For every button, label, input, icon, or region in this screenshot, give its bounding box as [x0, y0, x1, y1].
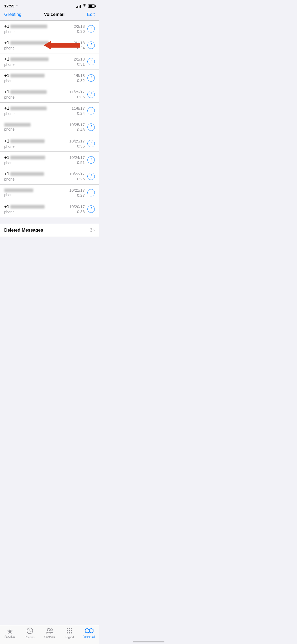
- info-button[interactable]: i: [87, 173, 95, 180]
- info-button[interactable]: i: [87, 189, 95, 196]
- deleted-count: 3: [90, 228, 92, 233]
- greeting-button[interactable]: Greeting: [4, 12, 21, 17]
- item-sub-label: phone: [4, 177, 69, 181]
- voicemail-item[interactable]: +1 phone 2/1/18 0:24 i: [0, 37, 99, 53]
- phone-number-blurred: [10, 172, 44, 176]
- phone-prefix: +1: [4, 73, 9, 78]
- item-right: 10/21/17 0:27: [69, 188, 85, 197]
- voicemail-item[interactable]: +1 phone 11/29/17 0:36 i: [0, 86, 99, 103]
- voicemail-item[interactable]: +1 phone 11/8/17 0:24 i: [0, 103, 99, 119]
- voicemail-item[interactable]: +1 phone 2/1/18 0:31 i: [0, 53, 99, 70]
- item-sub-label: phone: [4, 210, 69, 214]
- status-bar: 12:55 ↗: [0, 0, 99, 10]
- item-duration: 0:33: [77, 209, 85, 214]
- info-button[interactable]: i: [87, 107, 95, 114]
- phone-number-blurred: [10, 156, 45, 159]
- item-sub-label: phone: [4, 127, 69, 131]
- voicemail-item[interactable]: phone 10/21/17 0:27 i: [0, 185, 99, 201]
- voicemail-item[interactable]: +1 phone 2/2/18 0:30 i: [0, 21, 99, 37]
- location-arrow-icon: ↗: [15, 4, 18, 8]
- phone-number-blurred: [10, 41, 49, 45]
- phone-number-blurred: [10, 90, 47, 94]
- item-right: 2/2/18 0:30: [74, 24, 85, 34]
- item-right: 10/24/17 0:51: [69, 155, 85, 165]
- item-duration: 0:35: [77, 144, 85, 148]
- signal-icon: [76, 4, 81, 8]
- nav-bar: Greeting Voicemail Edit: [0, 10, 99, 20]
- item-name: [4, 188, 69, 192]
- item-date: 10/24/17: [69, 155, 85, 160]
- info-button[interactable]: i: [87, 25, 95, 33]
- info-button[interactable]: i: [87, 74, 95, 82]
- item-name: +1: [4, 24, 74, 29]
- phone-number-blurred: [10, 74, 45, 77]
- item-date: 10/25/17: [69, 122, 85, 127]
- voicemail-item[interactable]: +1 phone 10/23/17 0:25 i: [0, 168, 99, 185]
- item-name: [4, 123, 69, 127]
- deleted-messages-section[interactable]: Deleted Messages 3 ›: [0, 224, 99, 237]
- item-right: 10/25/17 0:35: [69, 139, 85, 148]
- status-icons: [76, 4, 95, 8]
- item-date: 11/8/17: [72, 106, 85, 111]
- info-button[interactable]: i: [87, 156, 95, 164]
- phone-prefix: +1: [4, 155, 9, 160]
- item-info: +1 phone: [4, 73, 74, 83]
- voicemail-item[interactable]: +1 phone 10/24/17 0:51 i: [0, 152, 99, 168]
- phone-prefix: +1: [4, 106, 9, 111]
- info-button[interactable]: i: [87, 91, 95, 98]
- voicemail-item[interactable]: +1 phone 10/20/17 0:33 i: [0, 201, 99, 217]
- item-info: +1 phone: [4, 139, 69, 149]
- battery-icon: [88, 4, 95, 8]
- item-name: +1: [4, 89, 69, 95]
- item-info: phone: [4, 123, 69, 131]
- item-info: +1 phone: [4, 40, 74, 50]
- item-date: 2/1/18: [74, 40, 85, 45]
- item-duration: 0:24: [77, 45, 85, 50]
- item-date: 11/29/17: [69, 90, 85, 94]
- item-right: 2/1/18 0:24: [74, 40, 85, 50]
- item-duration: 0:51: [77, 160, 85, 165]
- item-date: 10/25/17: [69, 139, 85, 143]
- phone-number-blurred: [10, 57, 49, 61]
- info-button[interactable]: i: [87, 58, 95, 65]
- item-sub-label: phone: [4, 30, 74, 34]
- item-right: 10/23/17 0:25: [69, 172, 85, 181]
- info-button[interactable]: i: [87, 42, 95, 49]
- voicemail-item[interactable]: +1 phone 1/5/18 0:32 i: [0, 70, 99, 86]
- item-info: phone: [4, 188, 69, 197]
- phone-prefix: +1: [4, 57, 9, 62]
- chevron-right-icon: ›: [93, 228, 95, 233]
- item-info: +1 phone: [4, 24, 74, 34]
- item-sub-label: phone: [4, 144, 69, 149]
- item-info: +1 phone: [4, 155, 69, 165]
- wifi-icon: [82, 4, 87, 8]
- item-name: +1: [4, 155, 69, 160]
- phone-number-blurred: [10, 139, 45, 143]
- phone-number-blurred: [10, 205, 45, 209]
- item-date: 10/20/17: [69, 204, 85, 209]
- item-sub-label: phone: [4, 79, 74, 83]
- item-info: +1 phone: [4, 89, 69, 99]
- status-time: 12:55 ↗: [4, 4, 18, 8]
- info-button[interactable]: i: [87, 205, 95, 213]
- edit-button[interactable]: Edit: [87, 12, 95, 17]
- phone-prefix: +1: [4, 204, 9, 209]
- item-name: +1: [4, 139, 69, 144]
- item-duration: 0:32: [77, 78, 85, 83]
- item-right: 2/1/18 0:31: [74, 57, 85, 66]
- info-button[interactable]: i: [87, 140, 95, 147]
- phone-number-blurred: [10, 107, 47, 110]
- phone-prefix: +1: [4, 89, 9, 95]
- page-title: Voicemail: [44, 12, 64, 17]
- item-sub-label: phone: [4, 193, 69, 197]
- voicemail-item[interactable]: +1 phone 10/25/17 0:35 i: [0, 135, 99, 152]
- info-button[interactable]: i: [87, 123, 95, 131]
- item-info: +1 phone: [4, 57, 74, 67]
- item-date: 1/5/18: [74, 73, 85, 78]
- voicemail-item[interactable]: phone 10/25/17 0:43 i: [0, 119, 99, 135]
- item-right: 11/29/17 0:36: [69, 90, 85, 99]
- item-date: 2/2/18: [74, 24, 85, 29]
- deleted-messages-right[interactable]: 3 ›: [90, 228, 95, 233]
- item-sub-label: phone: [4, 62, 74, 67]
- item-name: +1: [4, 171, 69, 177]
